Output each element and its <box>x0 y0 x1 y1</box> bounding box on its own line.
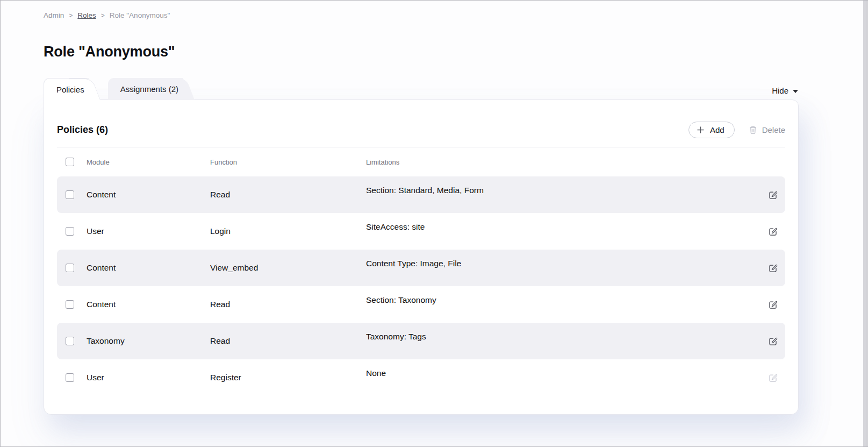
table-header-row: Module Function Limitations <box>57 147 785 176</box>
table-row: Content View_embed Content Type: Image, … <box>57 250 785 286</box>
row-module: User <box>87 373 210 382</box>
row-module: Content <box>87 263 210 273</box>
edit-icon <box>768 300 778 309</box>
panel-heading: Policies (6) <box>57 124 108 136</box>
tab-policies-label: Policies <box>56 85 84 94</box>
edit-icon <box>768 336 778 346</box>
row-checkbox[interactable] <box>66 264 74 272</box>
hide-toggle[interactable]: Hide <box>772 86 798 95</box>
hide-toggle-label: Hide <box>772 86 788 95</box>
row-limitations: Section: Standard, Media, Form <box>366 186 761 195</box>
row-function: View_embed <box>210 263 366 273</box>
scrollbar[interactable] <box>863 1 867 446</box>
row-limitations: Section: Taxonomy <box>366 295 761 305</box>
table-row: User Register None <box>57 359 785 396</box>
delete-button[interactable]: Delete <box>749 125 785 134</box>
edit-policy-button[interactable] <box>768 263 778 273</box>
edit-icon <box>768 373 778 382</box>
row-checkbox[interactable] <box>66 300 74 309</box>
row-module: Content <box>87 300 210 309</box>
column-header-function: Function <box>210 158 366 166</box>
table-row: User Login SiteAccess: site <box>57 213 785 250</box>
table-row: Content Read Section: Taxonomy <box>57 286 785 323</box>
select-all-checkbox[interactable] <box>66 158 74 166</box>
column-header-limitations: Limitations <box>366 158 761 166</box>
breadcrumb: Admin > Roles > Role "Anonymous" <box>44 11 170 19</box>
edit-icon <box>768 226 778 236</box>
breadcrumb-item-roles[interactable]: Roles <box>77 11 96 19</box>
row-module: Taxonomy <box>87 336 210 346</box>
row-limitations: Taxonomy: Tags <box>366 332 761 342</box>
edit-policy-button[interactable] <box>768 300 778 309</box>
policies-panel: Policies (6) Add Delete Module Function <box>44 100 799 415</box>
tab-assignments-label: Assignments (2) <box>120 84 178 94</box>
table-row: Taxonomy Read Taxonomy: Tags <box>57 323 785 359</box>
row-checkbox[interactable] <box>66 373 74 382</box>
row-module: Content <box>87 190 210 200</box>
row-limitations: None <box>366 368 761 378</box>
panel-header: Policies (6) Add Delete <box>44 100 798 147</box>
row-checkbox[interactable] <box>66 337 74 345</box>
edit-policy-button[interactable] <box>768 190 778 200</box>
edit-policy-button[interactable] <box>768 373 778 382</box>
edit-policy-button[interactable] <box>768 336 778 346</box>
breadcrumb-item-current: Role "Anonymous" <box>110 11 170 19</box>
panel-actions: Add Delete <box>688 122 785 138</box>
breadcrumb-separator: > <box>101 12 105 19</box>
row-function: Read <box>210 336 366 346</box>
row-function: Read <box>210 300 366 309</box>
breadcrumb-separator: > <box>69 12 73 19</box>
breadcrumb-item-admin: Admin <box>44 11 64 19</box>
row-limitations: Content Type: Image, File <box>366 259 761 268</box>
add-button[interactable]: Add <box>688 122 735 138</box>
row-function: Read <box>210 190 366 200</box>
column-header-module: Module <box>87 158 210 166</box>
add-button-label: Add <box>710 125 724 134</box>
plus-icon <box>697 126 705 134</box>
page-title: Role "Anonymous" <box>44 44 175 60</box>
policies-table: Module Function Limitations Content Read… <box>44 147 798 396</box>
row-function: Login <box>210 226 366 236</box>
row-function: Register <box>210 373 366 382</box>
row-limitations: SiteAccess: site <box>366 222 761 232</box>
tab-bar: Policies Assignments (2) <box>44 78 183 100</box>
tab-assignments[interactable]: Assignments (2) <box>108 78 183 100</box>
trash-icon <box>749 125 757 134</box>
edit-icon <box>768 190 778 200</box>
delete-button-label: Delete <box>762 125 785 134</box>
edit-policy-button[interactable] <box>768 226 778 236</box>
table-row: Content Read Section: Standard, Media, F… <box>57 176 785 213</box>
policies-table-body: Content Read Section: Standard, Media, F… <box>57 176 785 396</box>
edit-icon <box>768 263 778 273</box>
caret-down-icon <box>793 90 798 93</box>
row-module: User <box>87 226 210 236</box>
tab-policies[interactable]: Policies <box>44 78 89 100</box>
row-checkbox[interactable] <box>66 190 74 199</box>
row-checkbox[interactable] <box>66 227 74 236</box>
